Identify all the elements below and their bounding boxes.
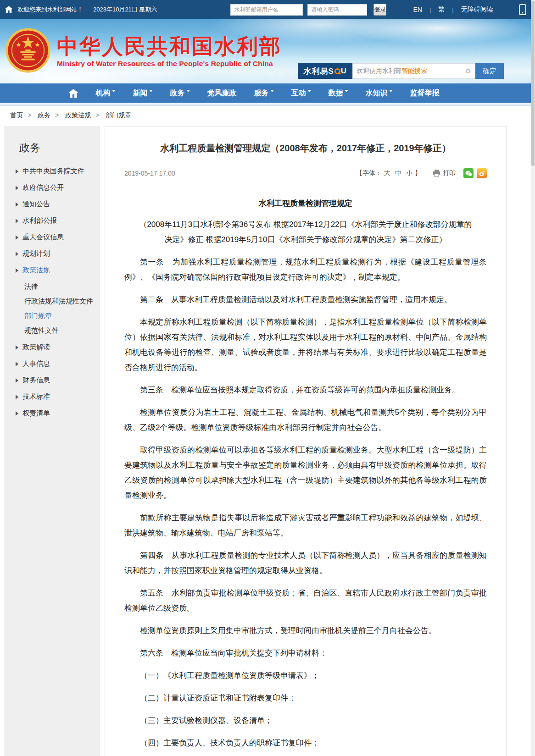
- chevron-down-icon: [270, 90, 274, 92]
- sidebar-item[interactable]: 通知公告: [16, 200, 95, 209]
- sidebar-item[interactable]: 政策法规: [16, 266, 95, 275]
- breadcrumb: 首页> 政务> 政策法规> 部门规章: [0, 106, 535, 124]
- nav-item[interactable]: 监督举报: [410, 88, 440, 98]
- nav-item[interactable]: 政务: [170, 88, 190, 98]
- nav-item[interactable]: 新闻: [133, 88, 153, 98]
- sidebar-item[interactable]: 权责清单: [16, 409, 95, 418]
- sidebar-title: 政务: [19, 141, 95, 155]
- weibo-share-icon[interactable]: [477, 168, 487, 178]
- article-paragraph: 第三条 检测单位应当按照本规定取得资质，并在资质等级许可的范围内承担质量检测业务…: [124, 382, 487, 397]
- sidebar-item[interactable]: 行政法规和法规性文件: [24, 297, 95, 306]
- triangle-right-icon: [16, 362, 18, 366]
- triangle-right-icon: [16, 378, 18, 383]
- triangle-right-icon: [16, 186, 18, 190]
- sidebar-item-label: 法律: [24, 282, 38, 291]
- sidebar-item-label: 政策法规: [22, 266, 50, 275]
- triangle-right-icon: [16, 252, 18, 256]
- breadcrumb-link[interactable]: 政务: [38, 111, 50, 119]
- search-brand-prefix: 水利易S: [303, 66, 334, 77]
- font-size-options: 大中小: [382, 169, 415, 177]
- article-paragraph: 第四条 从事水利工程质量检测的专业技术人员（以下简称检测人员），应当具备相应的质…: [124, 548, 487, 578]
- breadcrumb-link[interactable]: 政策法规: [65, 111, 91, 119]
- login-button[interactable]: 登录: [373, 4, 386, 16]
- search-placeholder-text: 欢迎使用水利部: [357, 67, 401, 74]
- triangle-right-icon: [16, 345, 18, 350]
- sidebar-item[interactable]: 法律: [24, 282, 95, 291]
- article-paragraph: （一）《水利工程质量检测单位资质等级申请表》；: [124, 668, 487, 683]
- divider: |: [429, 6, 431, 13]
- sidebar-item[interactable]: 政府信息公开: [16, 183, 95, 192]
- breadcrumb-separator: >: [28, 111, 31, 119]
- chevron-down-icon: [149, 90, 153, 92]
- triangle-right-icon: [16, 235, 18, 240]
- sidebar-item-label: 权责清单: [22, 409, 50, 418]
- sidebar-item[interactable]: 规范性文件: [24, 326, 95, 335]
- gear-icon[interactable]: ⚙: [465, 67, 471, 75]
- sidebar-item-label: 财务信息: [22, 376, 50, 385]
- triangle-right-icon: [16, 169, 18, 174]
- article-container: 水利工程质量检测管理规定（2008年发布，2017年修正，2019年修正） 20…: [105, 126, 507, 756]
- home-icon[interactable]: [5, 6, 13, 13]
- sidebar-item[interactable]: 中共中央国务院文件: [16, 167, 95, 176]
- sidebar-item[interactable]: 财务信息: [16, 376, 95, 385]
- vertical-scrollbar[interactable]: [531, 0, 535, 756]
- font-size-option[interactable]: 小: [406, 169, 412, 177]
- article-paragraph: （四）主要负责人、技术负责人的职称证书复印件；: [124, 735, 487, 750]
- sidebar-item-label: 规划计划: [22, 249, 50, 258]
- top-utility-bar: 欢迎您来到水利部网站！ 2023年10月21日 星期六 登录 EN | 繁 | …: [0, 0, 535, 19]
- article-paragraph: 检测单位资质原则上采用集中审批方式，受理时间由审批机关提前三个月向社会公告。: [124, 623, 487, 638]
- mobile-icon[interactable]: [519, 4, 526, 15]
- sidebar-item[interactable]: 政策解读: [16, 343, 95, 352]
- search-brand-suffix: U: [341, 66, 347, 76]
- nav-item[interactable]: 互动: [291, 88, 311, 98]
- sidebar-item[interactable]: 人事信息: [16, 359, 95, 368]
- triangle-right-icon: [16, 202, 18, 207]
- nav-item[interactable]: 数据: [329, 88, 348, 98]
- triangle-right-icon: [16, 219, 18, 223]
- search-input[interactable]: 欢迎使用水利部智能搜索 ⚙: [352, 63, 475, 79]
- font-size-widget: 【字体：大中小】: [356, 169, 421, 177]
- print-button[interactable]: 打印: [433, 169, 456, 177]
- lang-en-link[interactable]: EN: [413, 6, 422, 13]
- nav-item[interactable]: 服务: [254, 88, 274, 98]
- accessibility-link[interactable]: 无障碍阅读: [461, 6, 493, 14]
- breadcrumb-separator: >: [55, 111, 59, 119]
- sidebar-item-label: 行政法规和法规性文件: [24, 297, 93, 306]
- sidebar-item[interactable]: 水利部公报: [16, 216, 95, 225]
- font-widget-suffix: 】: [415, 169, 421, 177]
- article-paragraph: 第六条 检测单位应当向审批机关提交下列申请材料：: [124, 646, 487, 661]
- breadcrumb-link[interactable]: 首页: [10, 111, 23, 119]
- sidebar-item[interactable]: 重大会议信息: [16, 233, 95, 242]
- nav-home-icon[interactable]: [68, 89, 78, 98]
- breadcrumb-separator: >: [95, 111, 99, 119]
- site-banner: 中华人民共和国水利部 Ministry of Water Resources o…: [0, 19, 535, 83]
- sidebar-item-label: 政策解读: [22, 343, 50, 352]
- nav-item[interactable]: 水知识: [366, 88, 393, 98]
- current-date: 2023年10月21日 星期六: [93, 6, 157, 14]
- search-submit-button[interactable]: 确定: [475, 63, 504, 79]
- lang-traditional-link[interactable]: 繁: [438, 6, 445, 14]
- sidebar-item[interactable]: 技术标准: [16, 392, 95, 401]
- font-size-option[interactable]: 大: [384, 169, 390, 177]
- password-input[interactable]: [307, 4, 367, 16]
- sidebar-item[interactable]: 部门规章: [24, 312, 95, 320]
- sidebar-item[interactable]: 规划计划: [16, 249, 95, 258]
- article-paragraph: 第五条 水利部负责审批检测单位甲级资质；省、自治区、直辖市人民政府水行政主管部门…: [124, 585, 487, 616]
- document-heading: 水利工程质量检测管理规定: [124, 198, 487, 209]
- scrollbar-thumb[interactable]: [531, 1, 535, 166]
- chevron-down-icon: [345, 90, 348, 92]
- breadcrumb-link[interactable]: 部门规章: [106, 111, 131, 119]
- article-paragraph: 取得甲级资质的检测单位可以承担各等级水利工程的质量检测业务。大型水利工程（含一级…: [124, 442, 487, 503]
- article-body: 第一条 为加强水利工程质量检测管理，规范水利工程质量检测行为，根据《建设工程质量…: [124, 254, 487, 756]
- site-title-cn: 中华人民共和国水利部: [57, 35, 282, 58]
- wechat-share-icon[interactable]: [463, 168, 474, 178]
- site-search: 水利易SU 欢迎使用水利部智能搜索 ⚙ 确定: [298, 63, 504, 79]
- article-paragraph: 检测单位资质分为岩土工程、混凝土工程、金属结构、机械电气和量测共5个类别，每个类…: [124, 405, 487, 435]
- nav-item[interactable]: 机构: [96, 88, 116, 98]
- sidebar-item-label: 中共中央国务院文件: [22, 167, 84, 176]
- article-paragraph: （二）计量认证资质证书和证书附表复印件；: [124, 690, 487, 706]
- email-username-input[interactable]: [230, 4, 303, 16]
- chevron-down-icon: [186, 90, 190, 92]
- nav-item[interactable]: 党风廉政: [207, 88, 237, 98]
- font-size-option[interactable]: 中: [395, 169, 401, 177]
